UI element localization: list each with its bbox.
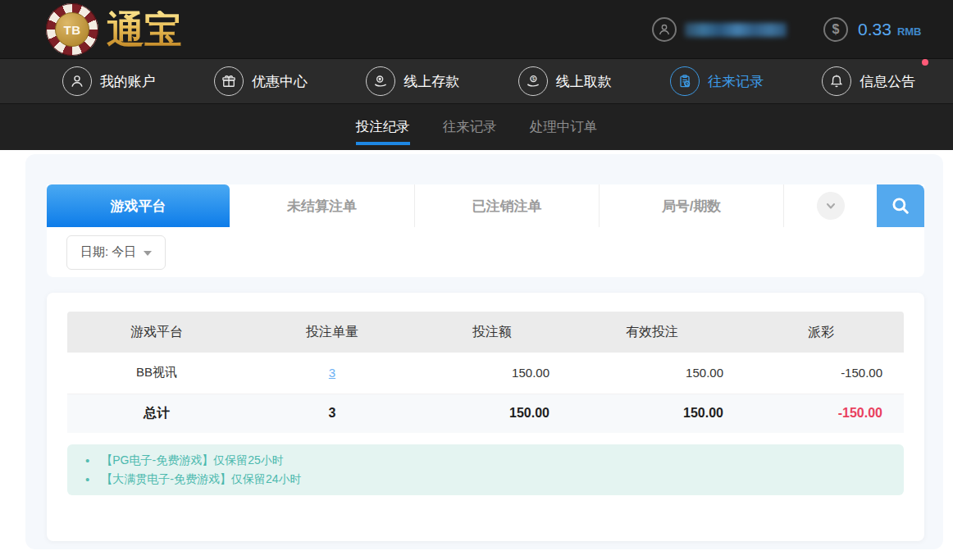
- total-payout: -150.00: [738, 394, 904, 433]
- tab-pending-orders[interactable]: 处理中订单: [530, 104, 598, 150]
- records-subnav: 投注纪录 往来记录 处理中订单: [0, 104, 953, 150]
- bullet-icon: •: [85, 472, 89, 486]
- account-menu[interactable]: [652, 0, 787, 59]
- nav-label: 我的账户: [100, 72, 156, 91]
- retention-notes: • 【PG电子-免费游戏】仅保留25小时 • 【大满贯电子-免费游戏】仅保留24…: [67, 444, 904, 495]
- date-filter-label: 日期: 今日: [80, 244, 136, 260]
- search-icon: [890, 195, 911, 216]
- col-bet-count: 投注单量: [246, 312, 418, 353]
- nav-label: 往来记录: [708, 72, 764, 91]
- nav-label: 优惠中心: [252, 72, 308, 91]
- filter-tab-round-number[interactable]: 局号/期数: [599, 184, 783, 227]
- balance-amount: 0.33: [858, 20, 891, 39]
- tab-transaction-records[interactable]: 往来记录: [443, 104, 497, 150]
- total-bet-count: 3: [246, 394, 418, 433]
- table-header-row: 游戏平台 投注单量 投注额 有效投注 派彩: [67, 312, 904, 353]
- user-icon: [62, 66, 92, 96]
- nav-item-deposit[interactable]: 线上存款: [366, 66, 459, 96]
- bullet-icon: •: [85, 453, 89, 467]
- table-row: BB视讯 3 150.00 150.00 -150.00: [67, 353, 904, 394]
- note-line: • 【大满贯电子-免费游戏】仅保留24小时: [67, 470, 904, 489]
- top-header: TB 通宝 $ 0.33 RMB: [0, 0, 953, 59]
- filter-tab-cancelled[interactable]: 已注销注单: [414, 184, 599, 227]
- chevron-down-icon: [817, 192, 845, 220]
- total-bet-amount: 150.00: [418, 394, 566, 433]
- note-line: • 【PG电子-免费游戏】仅保留25小时: [67, 451, 904, 470]
- main-nav: 我的账户 优惠中心 线上存款: [0, 59, 953, 104]
- note-text: 【大满贯电子-免费游戏】仅保留24小时: [101, 472, 301, 487]
- nav-item-transaction-records[interactable]: 往来记录: [670, 66, 764, 96]
- brand-name: 通宝: [107, 11, 182, 48]
- brand-logo[interactable]: TB 通宝: [46, 2, 182, 57]
- search-button[interactable]: [877, 184, 924, 227]
- nav-item-announcements[interactable]: 信息公告: [822, 66, 915, 96]
- cell-bet-amount: 150.00: [418, 353, 566, 394]
- nav-label: 线上存款: [404, 72, 459, 91]
- bet-count-link[interactable]: 3: [329, 366, 335, 380]
- page: TB 通宝 $ 0.33 RMB: [0, 0, 953, 560]
- filter-row: 日期: 今日: [47, 227, 924, 277]
- nav-item-withdraw[interactable]: $ 线上取款: [518, 66, 612, 96]
- nav-label: 线上取款: [556, 72, 612, 91]
- nav-item-my-account[interactable]: 我的账户: [62, 66, 156, 96]
- balance-currency: RMB: [897, 25, 922, 38]
- filter-dropdown[interactable]: [783, 184, 877, 227]
- nav-label: 信息公告: [860, 72, 915, 91]
- col-game-platform: 游戏平台: [67, 312, 246, 353]
- col-payout: 派彩: [738, 312, 904, 353]
- total-valid-amount: 150.00: [566, 394, 738, 433]
- withdraw-icon: $: [518, 66, 548, 96]
- caret-down-icon: [144, 251, 152, 256]
- tab-bet-records[interactable]: 投注纪录: [356, 104, 410, 150]
- svg-text:$: $: [531, 75, 535, 81]
- chip-monogram: TB: [55, 12, 89, 47]
- deposit-icon: [366, 66, 395, 96]
- content-panel: 游戏平台 未结算注单 已注销注单 局号/期数: [25, 154, 943, 549]
- notification-dot: [922, 59, 928, 66]
- username-redacted: [685, 23, 787, 37]
- col-bet-amount: 投注额: [418, 312, 566, 353]
- records-icon: [670, 66, 700, 96]
- bell-icon: [822, 66, 851, 96]
- filter-tab-unsettled[interactable]: 未结算注单: [230, 184, 414, 227]
- total-label: 总计: [67, 394, 246, 433]
- cell-valid-amount: 150.00: [566, 353, 738, 394]
- results-card: 游戏平台 投注单量 投注额 有效投注 派彩 BB视讯 3 150.00 150.…: [47, 293, 924, 541]
- bet-summary-table: 游戏平台 投注单量 投注额 有效投注 派彩 BB视讯 3 150.00 150.…: [67, 312, 904, 433]
- gift-icon: [214, 66, 244, 96]
- balance-display: $ 0.33 RMB: [823, 0, 921, 59]
- nav-item-promotions[interactable]: 优惠中心: [214, 66, 308, 96]
- filter-card: 游戏平台 未结算注单 已注销注单 局号/期数: [47, 184, 924, 277]
- note-text: 【PG电子-免费游戏】仅保留25小时: [101, 453, 283, 468]
- col-valid-bet: 有效投注: [566, 312, 738, 353]
- filter-tab-game-platform[interactable]: 游戏平台: [47, 184, 230, 227]
- poker-chip-icon: TB: [46, 3, 98, 56]
- coin-dollar-icon: $: [823, 17, 848, 42]
- date-filter-button[interactable]: 日期: 今日: [66, 235, 166, 270]
- cell-platform: BB视讯: [67, 353, 246, 394]
- user-icon: [652, 17, 677, 42]
- filter-tabs: 游戏平台 未结算注单 已注销注单 局号/期数: [47, 184, 924, 227]
- cell-payout: -150.00: [738, 353, 904, 394]
- table-total-row: 总计 3 150.00 150.00 -150.00: [67, 394, 904, 433]
